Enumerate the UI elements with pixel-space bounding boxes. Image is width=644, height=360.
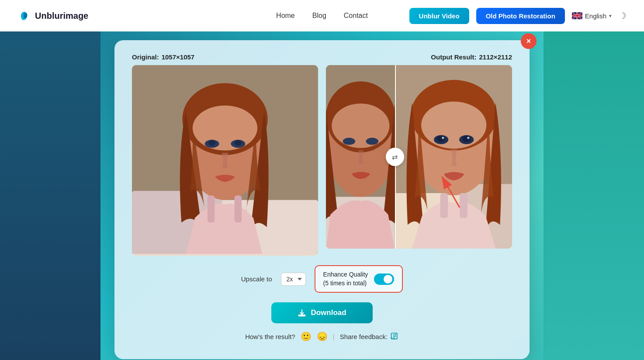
enhance-quality-text: Enhance Quality (5 times in total) [323, 270, 368, 287]
logo-icon [17, 9, 31, 23]
nav-blog[interactable]: Blog [312, 12, 326, 20]
flag-icon [572, 12, 582, 19]
svg-point-29 [462, 135, 471, 142]
image-labels-row: Original: 1057×1057 Output Result: 2112×… [132, 53, 512, 61]
unblur-video-button[interactable]: Unblur Video [409, 8, 469, 24]
svg-rect-33 [460, 193, 467, 218]
toggle-slider [374, 273, 394, 285]
compare-right [395, 65, 512, 249]
happy-emoji[interactable]: 🙂 [301, 331, 312, 342]
bg-left-panel [0, 31, 100, 360]
original-image-svg [132, 65, 318, 254]
original-label: Original: [132, 53, 159, 61]
original-dimensions: 1057×1057 [162, 53, 195, 61]
svg-point-31 [467, 137, 469, 139]
svg-rect-35 [299, 315, 305, 316]
logo-area: Unblurimage [17, 9, 88, 23]
old-photo-restoration-button[interactable]: Old Photo Restoration [476, 8, 565, 24]
feedback-label: How's the result? [245, 333, 295, 340]
output-label-group: Output Result: 2112×2112 [431, 53, 512, 61]
svg-point-19 [366, 138, 378, 145]
share-label: Share feedback: [340, 333, 388, 340]
original-image [132, 65, 318, 256]
svg-point-17 [332, 104, 389, 148]
svg-point-25 [421, 102, 486, 149]
chevron-down-icon: ▾ [609, 13, 612, 19]
feedback-divider: | [333, 333, 335, 340]
output-label: Output Result: [431, 53, 476, 61]
download-button[interactable]: Download [271, 302, 372, 323]
controls-row: Upscale to 2x 4x Enhance Quality (5 time… [132, 265, 512, 293]
download-icon [298, 308, 306, 317]
compare-left [326, 65, 395, 249]
nav-home[interactable]: Home [276, 12, 295, 20]
modal-card: × Original: 1057×1057 Output Result: 211… [114, 40, 530, 359]
slider-handle[interactable]: ⇄ [386, 148, 404, 166]
bg-right-panel [544, 31, 644, 360]
svg-point-10 [235, 140, 242, 145]
share-feedback-icon [390, 332, 399, 341]
svg-rect-12 [235, 195, 242, 222]
close-button[interactable]: × [521, 33, 537, 49]
enhance-quality-label: Enhance Quality [323, 270, 368, 279]
svg-point-6 [193, 106, 257, 151]
logo-text: Unblurimage [35, 11, 88, 21]
upscale-select[interactable]: 2x 4x [281, 273, 306, 286]
compare-container: ⇄ [326, 65, 512, 249]
sad-emoji[interactable]: 😞 [317, 331, 328, 342]
compare-right-svg [395, 65, 512, 249]
output-dimensions: 2112×2112 [479, 53, 512, 61]
upscale-label: Upscale to [241, 275, 272, 283]
svg-point-30 [442, 137, 444, 139]
dark-mode-icon[interactable]: ☽ [619, 10, 627, 21]
download-label: Download [311, 308, 346, 317]
feedback-row: How's the result? 🙂 😞 | Share feedback: [132, 331, 512, 342]
compare-left-svg [326, 65, 395, 249]
share-feedback-link[interactable]: Share feedback: [340, 332, 399, 341]
enhance-quality-toggle[interactable] [374, 273, 394, 285]
language-selector[interactable]: English ▾ [572, 12, 612, 20]
download-row: Download [132, 302, 512, 323]
language-label: English [585, 12, 606, 20]
svg-point-9 [208, 140, 215, 145]
svg-rect-32 [440, 193, 448, 218]
enhance-quality-sub: (5 times in total) [323, 279, 368, 288]
header: Unblurimage Home Blog Contact Unblur Vid… [0, 0, 644, 31]
images-row: ⇄ [132, 65, 512, 256]
svg-point-28 [437, 135, 445, 142]
header-right: Unblur Video Old Photo Restoration Engli… [409, 8, 627, 24]
main-nav: Home Blog Contact [276, 12, 368, 20]
nav-contact[interactable]: Contact [344, 12, 368, 20]
enhance-quality-box: Enhance Quality (5 times in total) [315, 265, 403, 293]
original-label-group: Original: 1057×1057 [132, 53, 194, 61]
svg-point-18 [343, 138, 355, 145]
svg-rect-11 [208, 195, 215, 222]
